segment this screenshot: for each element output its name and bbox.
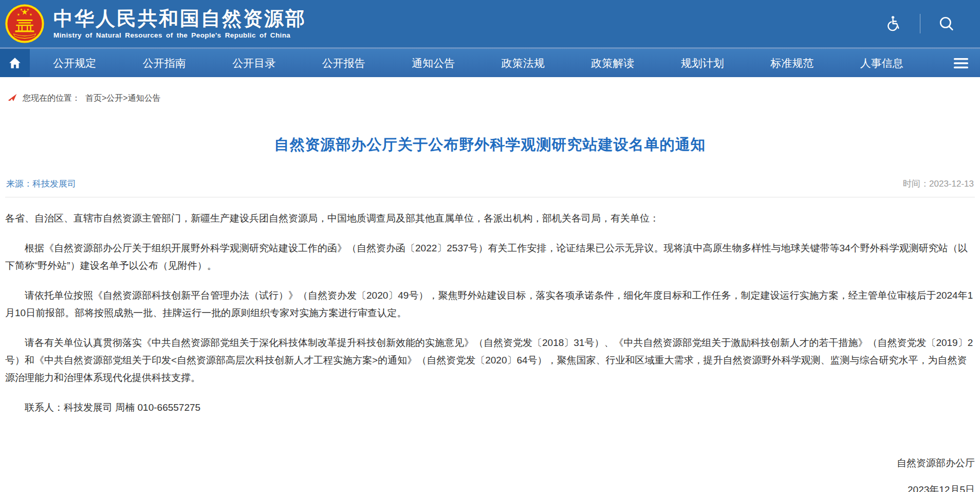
article-body: 各省、自治区、直辖市自然资源主管部门，新疆生产建设兵团自然资源局，中国地质调查局… [5, 210, 975, 387]
main-nav: 公开规定公开指南公开目录公开报告通知公告政策法规政策解读规划计划标准规范人事信息 [0, 47, 980, 77]
article: 自然资源部办公厅关于公布野外科学观测研究站建设名单的通知 来源：科技发展司 时间… [0, 135, 980, 492]
header-divider [920, 14, 920, 33]
nav-item[interactable]: 人事信息 [837, 49, 927, 77]
article-paragraph: 各省、自治区、直辖市自然资源主管部门，新疆生产建设兵团自然资源局，中国地质调查局… [5, 210, 975, 227]
contact-line: 联系人：科技发展司 周楠 010-66557275 [5, 399, 975, 416]
article-title: 自然资源部办公厅关于公布野外科学观测研究站建设名单的通知 [5, 135, 975, 155]
nav-item[interactable]: 政策法规 [478, 49, 568, 77]
site-title: 中华人民共和国自然资源部 [53, 8, 306, 30]
breadcrumb-path[interactable]: 首页>公开>通知公告 [85, 93, 161, 104]
signature-date: 2023年12月5日 [5, 481, 975, 492]
breadcrumb: 您现在的位置： 首页>公开>通知公告 [0, 77, 980, 106]
article-paragraph: 请各有关单位认真贯彻落实《中共自然资源部党组关于深化科技体制改革提升科技创新效能… [5, 334, 975, 387]
nav-item[interactable]: 公开指南 [120, 49, 210, 77]
nav-items: 公开规定公开指南公开目录公开报告通知公告政策法规政策解读规划计划标准规范人事信息 [30, 49, 942, 77]
breadcrumb-label: 您现在的位置： [23, 93, 80, 104]
red-arrow-icon [7, 93, 17, 103]
search-icon [938, 15, 955, 32]
article-paragraph: 请依托单位按照《自然资源部科技创新平台管理办法（试行）》（自然资办发〔2020〕… [5, 287, 975, 322]
search-button[interactable] [936, 13, 957, 34]
article-source: 来源：科技发展司 [6, 178, 76, 190]
article-meta: 来源：科技发展司 时间：2023-12-13 [5, 178, 975, 197]
signature: 自然资源部办公厅 [5, 454, 975, 472]
wheelchair-icon [885, 15, 902, 32]
nav-item[interactable]: 公开目录 [209, 49, 299, 77]
china-national-emblem-icon [4, 3, 45, 45]
header-actions [883, 13, 957, 34]
home-icon [8, 57, 22, 70]
site-header: 中华人民共和国自然资源部 Ministry of Natural Resourc… [0, 0, 980, 47]
site-logo[interactable]: 中华人民共和国自然资源部 Ministry of Natural Resourc… [4, 3, 306, 45]
nav-item[interactable]: 标准规范 [747, 49, 837, 77]
nav-home-button[interactable] [0, 49, 30, 77]
nav-item[interactable]: 通知公告 [389, 49, 478, 77]
nav-item[interactable]: 政策解读 [568, 49, 658, 77]
nav-menu-button[interactable] [942, 49, 980, 77]
accessibility-button[interactable] [883, 13, 904, 34]
nav-item[interactable]: 规划计划 [658, 49, 748, 77]
article-paragraph: 根据《自然资源部办公厅关于组织开展野外科学观测研究站建设工作的函》（自然资办函〔… [5, 240, 975, 275]
nav-item[interactable]: 公开规定 [30, 49, 120, 77]
article-time: 时间：2023-12-13 [903, 178, 974, 190]
site-title-english: Ministry of Natural Resources of the Peo… [53, 31, 306, 39]
hamburger-menu-icon [954, 58, 968, 69]
nav-item[interactable]: 公开报告 [299, 49, 389, 77]
